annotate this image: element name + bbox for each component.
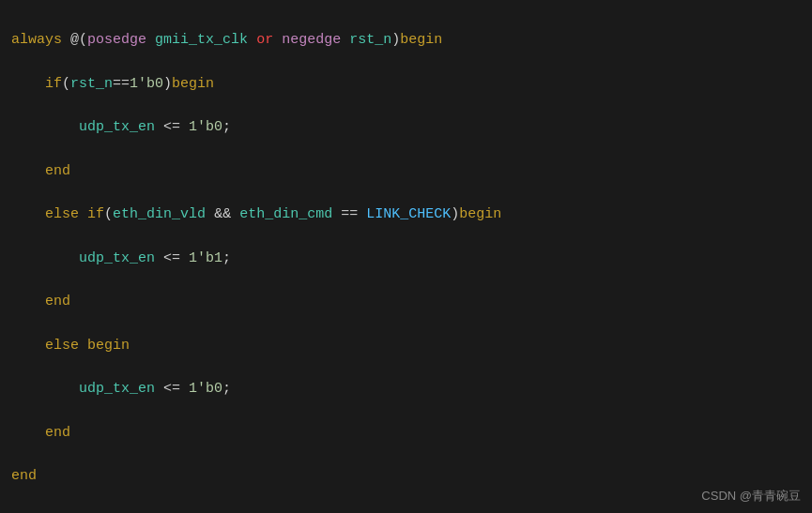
watermark-text: CSDN @青青碗豆 — [701, 487, 801, 505]
code-display: always @(posedge gmii_tx_clk or negedge … — [0, 0, 812, 513]
